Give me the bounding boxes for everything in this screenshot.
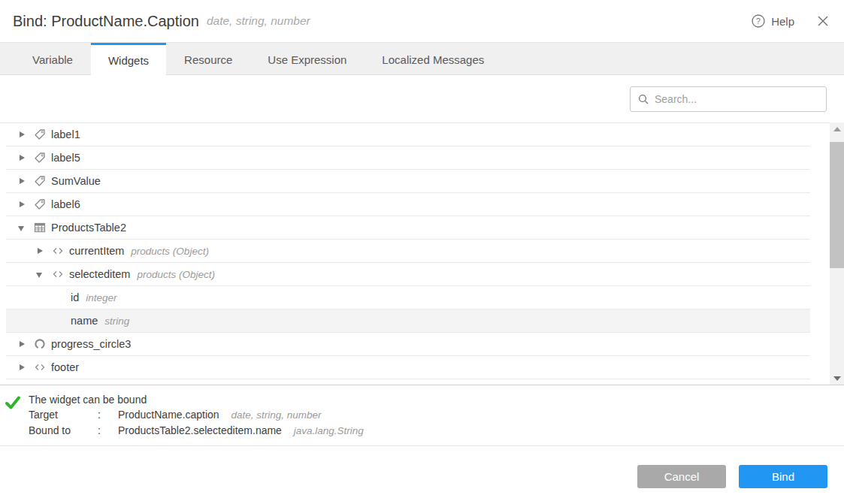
- expander-expanded-icon[interactable]: [36, 270, 44, 279]
- dialog-title: Bind: ProductName.Caption: [13, 13, 199, 30]
- spacer: [0, 379, 844, 385]
- dialog-footer: Cancel Bind: [0, 446, 844, 504]
- tree-row-label5[interactable]: label5: [6, 146, 810, 170]
- bound-to-type-hint: java.lang.String: [294, 425, 364, 436]
- bound-to-value: ProductsTable2.selecteditem.name: [118, 424, 282, 436]
- scroll-up-icon[interactable]: [830, 122, 844, 135]
- svg-text:?: ?: [756, 17, 761, 26]
- tree-row-label: id: [71, 291, 79, 303]
- tree-row-sumvalue[interactable]: SumValue: [6, 170, 810, 193]
- expander-collapsed-icon[interactable]: [18, 201, 26, 209]
- expander-collapsed-icon[interactable]: [18, 177, 26, 186]
- help-icon[interactable]: ?: [752, 14, 765, 28]
- search-box[interactable]: [630, 86, 827, 112]
- tree-row-label: progress_circle3: [51, 338, 131, 350]
- cancel-button[interactable]: Cancel: [637, 465, 726, 488]
- tab-widgets[interactable]: Widgets: [91, 43, 166, 75]
- target-colon: :: [98, 407, 118, 423]
- tab-resource[interactable]: Resource: [167, 43, 250, 74]
- tree-row-label: label6: [51, 198, 80, 210]
- tab-variable[interactable]: Variable: [15, 43, 90, 74]
- check-icon: [5, 394, 21, 411]
- tree-row-type: string: [104, 315, 129, 327]
- search-toolbar: [0, 75, 844, 122]
- table-icon: [33, 222, 46, 234]
- tree-row-type: products (Object): [137, 269, 215, 280]
- tree-row-selecteditem[interactable]: selecteditem products (Object): [6, 263, 810, 286]
- tree-row-label: selecteditem: [69, 268, 130, 280]
- expander-collapsed-icon[interactable]: [18, 131, 26, 139]
- progress-circle-icon: [33, 338, 46, 351]
- target-label: Target: [29, 407, 98, 423]
- bound-to-colon: :: [98, 423, 118, 439]
- tag-icon: [33, 175, 46, 188]
- tree-row-id[interactable]: id integer: [6, 286, 810, 309]
- tree-row-label: name: [71, 315, 98, 327]
- tab-use-expression[interactable]: Use Expression: [250, 43, 364, 74]
- dialog-header: Bind: ProductName.Caption date, string, …: [0, 0, 844, 43]
- tree-row-progress-circle3[interactable]: progress_circle3: [6, 333, 810, 356]
- bound-to-label: Bound to: [29, 423, 98, 439]
- scrollbar-thumb[interactable]: [830, 142, 844, 268]
- help-button[interactable]: Help: [771, 15, 794, 28]
- tag-icon: [33, 152, 46, 164]
- tree-row-currentitem[interactable]: currentItem products (Object): [6, 240, 810, 263]
- expander-collapsed-icon[interactable]: [36, 247, 44, 255]
- target-type-hint: date, string, number: [231, 409, 322, 421]
- tag-icon: [33, 198, 46, 211]
- tree-row-label: ProductsTable2: [51, 222, 126, 234]
- close-icon[interactable]: [817, 15, 829, 27]
- tag-icon: [33, 128, 46, 141]
- expander-collapsed-icon[interactable]: [18, 364, 26, 372]
- tree-scrollbar[interactable]: [830, 122, 844, 385]
- tree-row-type: products (Object): [131, 246, 209, 257]
- tree-row-label: SumValue: [51, 175, 101, 187]
- status-message: The widget can be bound: [29, 392, 364, 407]
- tree-row-label: label5: [51, 152, 80, 164]
- tree-row-footer[interactable]: footer: [6, 356, 810, 379]
- expander-expanded-icon[interactable]: [18, 224, 26, 232]
- tree-row-label: currentItem: [69, 245, 124, 257]
- tree-row-label1[interactable]: label1: [6, 123, 810, 146]
- tree-row-label: label1: [51, 128, 80, 140]
- binding-status-panel: The widget can be bound Target : Product…: [0, 385, 844, 445]
- scroll-down-icon[interactable]: [830, 372, 844, 385]
- widget-tree: label1 label5 SumValue label6: [0, 122, 844, 379]
- expander-collapsed-icon[interactable]: [18, 154, 26, 162]
- dialog-subtitle: date, string, number: [207, 14, 310, 28]
- code-icon: [33, 361, 46, 374]
- tree-row-type: integer: [86, 292, 116, 303]
- tab-localized-messages[interactable]: Localized Messages: [365, 43, 501, 74]
- bind-button[interactable]: Bind: [739, 465, 827, 488]
- code-icon: [51, 268, 64, 281]
- tree-row-label: footer: [51, 361, 79, 373]
- code-icon: [51, 245, 64, 258]
- target-value: ProductName.caption: [118, 409, 219, 421]
- tree-row-label6[interactable]: label6: [6, 193, 810, 216]
- tree-row-productstable2[interactable]: ProductsTable2: [6, 216, 810, 240]
- search-icon: [638, 94, 649, 104]
- tab-bar: Variable Widgets Resource Use Expression…: [0, 43, 844, 75]
- tree-row-name-selected[interactable]: name string: [6, 309, 810, 333]
- expander-collapsed-icon[interactable]: [18, 340, 26, 349]
- search-input[interactable]: [655, 93, 818, 105]
